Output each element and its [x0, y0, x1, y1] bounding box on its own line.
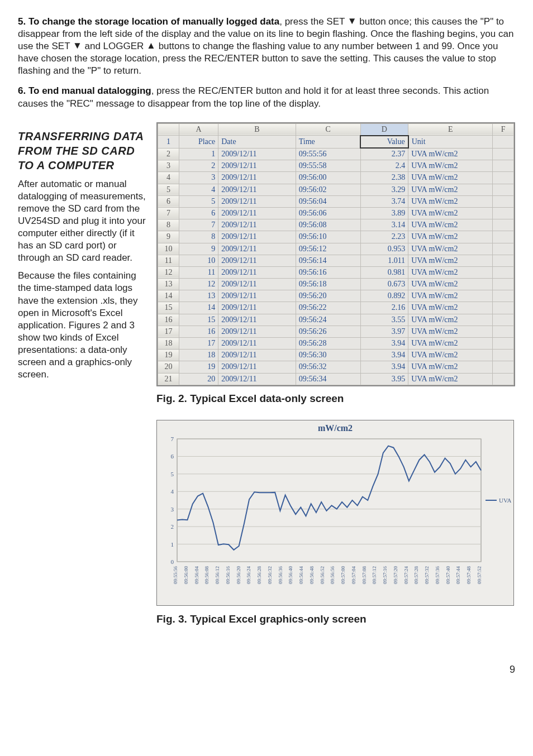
- header-cell[interactable]: Value: [360, 136, 408, 148]
- cell[interactable]: UVA mW/cm2: [408, 338, 493, 350]
- cell[interactable]: 7: [179, 219, 218, 231]
- cell[interactable]: 3.95: [360, 373, 408, 385]
- cell[interactable]: [493, 160, 514, 172]
- cell[interactable]: 09:56:00: [296, 172, 360, 184]
- cell[interactable]: 2009/12/11: [218, 350, 296, 361]
- cell[interactable]: 19: [179, 361, 218, 373]
- cell[interactable]: 09:56:30: [296, 350, 360, 361]
- cell[interactable]: 6: [179, 207, 218, 219]
- cell[interactable]: 0.673: [360, 279, 408, 290]
- cell[interactable]: 20: [179, 373, 218, 385]
- row-header[interactable]: 15: [158, 302, 179, 314]
- cell[interactable]: 14: [179, 302, 218, 314]
- row-header[interactable]: 11: [158, 255, 179, 266]
- cell[interactable]: 12: [179, 279, 218, 290]
- cell[interactable]: 18: [179, 350, 218, 361]
- row-header[interactable]: 17: [158, 326, 179, 337]
- cell[interactable]: UVA mW/cm2: [408, 184, 493, 195]
- cell[interactable]: [493, 219, 514, 231]
- col-header-F[interactable]: F: [493, 123, 514, 136]
- header-cell[interactable]: Date: [218, 136, 296, 148]
- cell[interactable]: [493, 255, 514, 266]
- cell[interactable]: [493, 373, 514, 385]
- row-header[interactable]: 6: [158, 195, 179, 207]
- col-header-D[interactable]: D: [360, 123, 408, 136]
- cell[interactable]: 09:56:24: [296, 314, 360, 326]
- row-header[interactable]: 19: [158, 350, 179, 361]
- cell[interactable]: 3.89: [360, 207, 408, 219]
- cell[interactable]: 09:55:58: [296, 160, 360, 172]
- cell[interactable]: 4: [179, 184, 218, 195]
- cell[interactable]: 3.29: [360, 184, 408, 195]
- cell[interactable]: 2009/12/11: [218, 302, 296, 314]
- col-header-C[interactable]: C: [296, 123, 360, 136]
- row-header[interactable]: 16: [158, 314, 179, 326]
- cell[interactable]: [493, 266, 514, 278]
- cell[interactable]: UVA mW/cm2: [408, 255, 493, 266]
- cell[interactable]: 2009/12/11: [218, 266, 296, 278]
- cell[interactable]: 09:56:22: [296, 302, 360, 314]
- cell[interactable]: 2009/12/11: [218, 172, 296, 184]
- cell[interactable]: 3.94: [360, 361, 408, 373]
- cell[interactable]: 16: [179, 326, 218, 337]
- col-header-E[interactable]: E: [408, 123, 493, 136]
- cell[interactable]: 2.23: [360, 231, 408, 243]
- cell[interactable]: 09:55:56: [296, 148, 360, 160]
- row-header[interactable]: 13: [158, 279, 179, 290]
- cell[interactable]: [493, 207, 514, 219]
- cell[interactable]: 3: [179, 172, 218, 184]
- cell[interactable]: 2009/12/11: [218, 338, 296, 350]
- cell[interactable]: UVA mW/cm2: [408, 160, 493, 172]
- row-header[interactable]: 10: [158, 243, 179, 255]
- cell[interactable]: 3.74: [360, 195, 408, 207]
- cell[interactable]: 2009/12/11: [218, 314, 296, 326]
- cell[interactable]: 3.94: [360, 350, 408, 361]
- cell[interactable]: 09:56:34: [296, 373, 360, 385]
- cell[interactable]: 09:56:02: [296, 184, 360, 195]
- row-header[interactable]: 20: [158, 361, 179, 373]
- cell[interactable]: 5: [179, 195, 218, 207]
- cell[interactable]: 2009/12/11: [218, 326, 296, 337]
- row-header[interactable]: 1: [158, 136, 179, 148]
- cell[interactable]: UVA mW/cm2: [408, 290, 493, 302]
- cell[interactable]: [493, 243, 514, 255]
- row-header[interactable]: 8: [158, 219, 179, 231]
- row-header[interactable]: 18: [158, 338, 179, 350]
- cell[interactable]: UVA mW/cm2: [408, 302, 493, 314]
- cell[interactable]: 09:56:28: [296, 338, 360, 350]
- cell[interactable]: [493, 302, 514, 314]
- cell[interactable]: 9: [179, 243, 218, 255]
- cell[interactable]: 09:56:26: [296, 326, 360, 337]
- cell[interactable]: UVA mW/cm2: [408, 373, 493, 385]
- cell[interactable]: 09:56:14: [296, 255, 360, 266]
- row-header[interactable]: 9: [158, 231, 179, 243]
- cell[interactable]: 2009/12/11: [218, 148, 296, 160]
- cell[interactable]: [493, 195, 514, 207]
- cell[interactable]: 1.011: [360, 255, 408, 266]
- cell[interactable]: [493, 184, 514, 195]
- cell[interactable]: 09:56:08: [296, 219, 360, 231]
- cell[interactable]: UVA mW/cm2: [408, 195, 493, 207]
- header-cell[interactable]: Time: [296, 136, 360, 148]
- col-header-B[interactable]: B: [218, 123, 296, 136]
- cell[interactable]: 09:56:04: [296, 195, 360, 207]
- cell[interactable]: UVA mW/cm2: [408, 326, 493, 337]
- cell[interactable]: [493, 326, 514, 337]
- cell[interactable]: UVA mW/cm2: [408, 243, 493, 255]
- row-header[interactable]: 5: [158, 184, 179, 195]
- cell[interactable]: UVA mW/cm2: [408, 207, 493, 219]
- cell[interactable]: 09:56:32: [296, 361, 360, 373]
- cell[interactable]: UVA mW/cm2: [408, 148, 493, 160]
- cell[interactable]: [493, 361, 514, 373]
- cell[interactable]: 09:56:06: [296, 207, 360, 219]
- cell[interactable]: [493, 172, 514, 184]
- cell[interactable]: 15: [179, 314, 218, 326]
- cell[interactable]: UVA mW/cm2: [408, 350, 493, 361]
- header-cell[interactable]: Place: [179, 136, 218, 148]
- cell[interactable]: 13: [179, 290, 218, 302]
- cell[interactable]: 2009/12/11: [218, 255, 296, 266]
- header-cell[interactable]: Unit: [408, 136, 493, 148]
- cell[interactable]: 2: [179, 160, 218, 172]
- cell[interactable]: UVA mW/cm2: [408, 172, 493, 184]
- cell[interactable]: UVA mW/cm2: [408, 231, 493, 243]
